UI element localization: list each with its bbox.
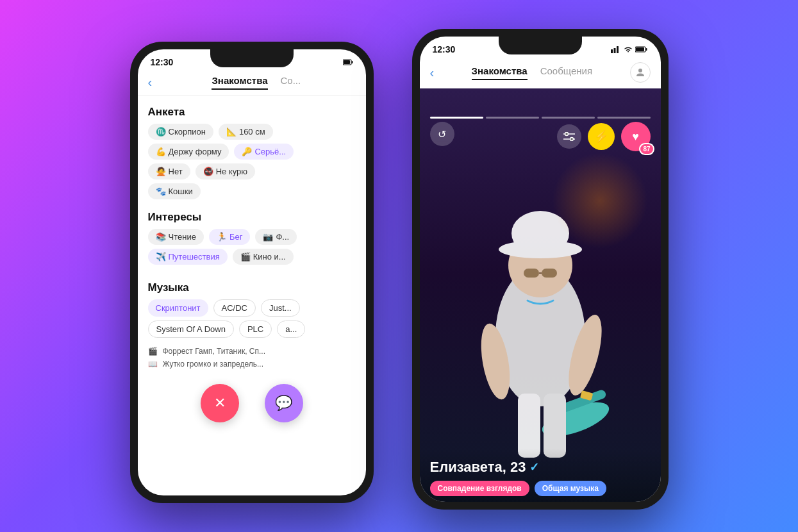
movies-icon: 🎬: [148, 347, 158, 356]
tag-travel: ✈️ Путешествия: [148, 249, 228, 265]
books-row: 📖 Жутко громко и запредель...: [148, 360, 356, 369]
left-phone-screen: 12:30 ‹ Знакомства Со...: [138, 49, 366, 495]
sliders-icon: [563, 132, 575, 141]
tab-dating-left[interactable]: Знакомства: [212, 75, 267, 90]
anketa-title: Анкета: [138, 98, 366, 124]
light-glow: [552, 153, 648, 249]
tag-cinema: 🎬 Кино и...: [233, 249, 294, 265]
tag-children: 🙅 Нет: [148, 163, 190, 179]
tab-dating-right[interactable]: Знакомства: [472, 65, 528, 80]
verified-icon: ✓: [529, 460, 539, 474]
anketa-tags: ♏ Скорпион 📐 160 см: [138, 124, 366, 144]
settings-button[interactable]: [557, 124, 581, 149]
time-left: 12:30: [151, 57, 174, 67]
movies-text: Форрест Гамп, Титаник, Сп...: [163, 347, 266, 356]
music-tags-2: System Of A Down PLC а...: [138, 320, 366, 342]
tab-messages-right[interactable]: Сообщения: [540, 65, 592, 80]
tag-fitness: 💪 Держу форму: [148, 144, 229, 160]
tag-height: 📐 160 см: [219, 124, 273, 140]
svg-point-13: [570, 138, 573, 141]
top-right-buttons: ⚡ ♥ 87: [557, 122, 651, 151]
tag-soad: System Of A Down: [148, 320, 234, 338]
back-btn-right[interactable]: ‹: [430, 65, 435, 80]
profile-tag-music: Общая музыка: [535, 481, 606, 496]
refresh-button[interactable]: ↺: [430, 122, 454, 146]
photo-overlay: Елизавета, 23 ✓ Совпадение взглядов Обща…: [420, 449, 661, 502]
svg-rect-18: [524, 269, 539, 278]
battery-icon-right: [635, 46, 648, 53]
movies-section: 🎬 Форрест Гамп, Титаник, Сп... 📖 Жутко г…: [138, 342, 366, 369]
profile-tags: Совпадение взглядов Общая музыка: [430, 481, 651, 496]
phones-container: 12:30 ‹ Знакомства Со...: [111, 16, 688, 516]
tag-relation: 🔑 Серьё...: [234, 144, 294, 160]
photo-top-actions: ↺ ⚡ ♥ 87: [420, 117, 661, 156]
svg-rect-2: [344, 60, 350, 64]
tag-photo: 📷 Ф...: [255, 229, 297, 245]
tag-running: 🏃 Бег: [209, 229, 251, 245]
reject-button[interactable]: ✕: [201, 384, 239, 422]
phone-left: 12:30 ‹ Знакомства Со...: [130, 42, 374, 503]
profile-tag-views: Совпадение взглядов: [430, 481, 529, 496]
anketa-tags-4: 🐾 Кошки: [138, 183, 366, 203]
status-icons-left: [343, 58, 353, 66]
svg-rect-3: [611, 49, 613, 53]
tag-smoking: 🚭 Не курю: [195, 163, 255, 179]
profile-name: Елизавета, 23 ✓: [430, 459, 651, 476]
tag-more: а...: [277, 320, 305, 338]
movies-row: 🎬 Форрест Гамп, Титаник, Сп...: [148, 347, 356, 356]
books-text: Жутко громко и запредель...: [163, 360, 264, 369]
back-btn-left[interactable]: ‹: [148, 75, 153, 90]
svg-rect-1: [351, 61, 353, 63]
nav-bar-right: ‹ Знакомства Сообщения: [420, 60, 661, 88]
heart-button[interactable]: ♥ 87: [621, 122, 651, 151]
svg-rect-27: [544, 394, 566, 458]
tag-plc: PLC: [239, 320, 272, 338]
interests-tags-1: 📚 Чтение 🏃 Бег 📷 Ф...: [138, 229, 366, 249]
battery-icon-left: [343, 58, 353, 66]
svg-point-9: [638, 69, 642, 72]
tag-just: Just...: [261, 299, 300, 317]
right-phone-screen: 12:30: [420, 37, 661, 502]
svg-rect-4: [613, 48, 615, 53]
interests-tags-2: ✈️ Путешествия 🎬 Кино и...: [138, 249, 366, 269]
notch-left: [210, 49, 294, 67]
music-section: Музыка Скриптонит AC/DC Just... System O…: [138, 269, 366, 342]
tag-skriptonit: Скриптонит: [148, 299, 208, 317]
tag-acdc: AC/DC: [213, 299, 256, 317]
interests-title: Интересы: [138, 203, 366, 229]
books-icon: 📖: [148, 360, 158, 369]
heart-count: 87: [639, 143, 654, 155]
time-right: 12:30: [433, 44, 456, 54]
svg-rect-26: [518, 394, 540, 458]
nav-avatar-right[interactable]: [630, 62, 651, 83]
tag-zodiac: ♏ Скорпион: [148, 124, 213, 140]
avatar-icon: [635, 67, 646, 78]
nav-tabs-left: Знакомства Со...: [157, 75, 355, 90]
svg-rect-5: [617, 46, 619, 53]
anketa-tags-3: 🙅 Нет 🚭 Не курю: [138, 163, 366, 183]
music-tags-1: Скриптонит AC/DC Just...: [138, 299, 366, 320]
tag-reading: 📚 Чтение: [148, 229, 204, 245]
nav-tabs-right: Знакомства Сообщения: [439, 65, 624, 80]
nav-bar-left: ‹ Знакомства Со...: [138, 72, 366, 96]
svg-rect-7: [645, 48, 647, 51]
music-title: Музыка: [138, 274, 366, 299]
svg-point-11: [565, 133, 568, 136]
notch-right: [499, 37, 582, 54]
left-content: Анкета ♏ Скорпион 📐 160 см 💪 Держу форму…: [138, 96, 366, 495]
phone-right: 12:30: [412, 29, 669, 510]
signal-icon: [611, 46, 621, 53]
lightning-button[interactable]: ⚡: [588, 123, 615, 150]
wifi-icon: [624, 46, 633, 53]
tag-pets: 🐾 Кошки: [148, 183, 201, 199]
profile-photo: ↺ ⚡ ♥ 87: [420, 88, 661, 502]
svg-rect-8: [636, 47, 644, 51]
status-icons-right: [611, 46, 648, 53]
svg-rect-19: [542, 269, 557, 278]
tab-messages-left[interactable]: Со...: [281, 75, 301, 90]
anketa-tags-2: 💪 Держу форму 🔑 Серьё...: [138, 144, 366, 163]
chat-button-left[interactable]: 💬: [265, 384, 303, 422]
action-buttons-left: ✕ 💬: [138, 374, 366, 433]
